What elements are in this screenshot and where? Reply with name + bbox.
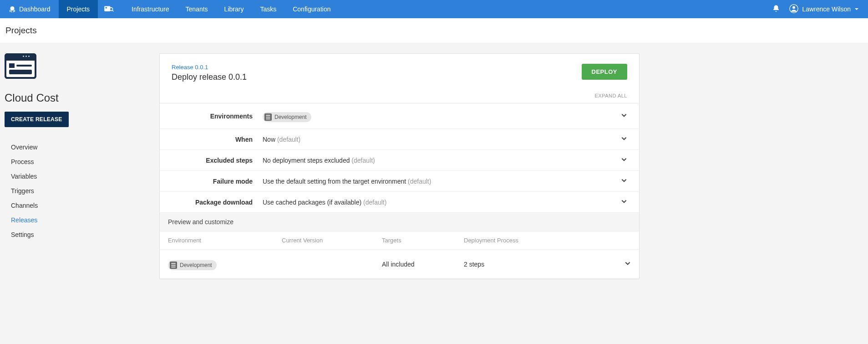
sidebar-item-triggers[interactable]: Triggers (5, 184, 141, 198)
chevron-down-icon (621, 198, 627, 206)
list-icon (264, 113, 272, 121)
row-label: Package download (172, 199, 263, 206)
row-value: No deployment steps excluded (default) (263, 157, 615, 164)
nav-label: Dashboard (19, 5, 51, 13)
nav-label: Library (224, 5, 244, 13)
svg-rect-1 (105, 6, 110, 11)
avatar-icon (789, 4, 798, 15)
nav-library[interactable]: Library (216, 0, 252, 18)
sidebar-item-overview[interactable]: Overview (5, 140, 141, 154)
chevron-down-icon (621, 156, 627, 164)
preview-table: Environment Current Version Targets Depl… (160, 231, 639, 279)
row-label: Failure mode (172, 178, 263, 185)
value-text: Use the default setting from the target … (263, 178, 408, 185)
value-suffix: (default) (408, 178, 431, 185)
nav-dashboard[interactable]: Dashboard (0, 0, 59, 18)
cell-targets: All included (382, 261, 464, 268)
subheader-title: Projects (5, 26, 863, 36)
environment-chip: Development (263, 112, 311, 122)
nav-label: Tasks (260, 5, 276, 13)
bell-icon[interactable] (772, 5, 780, 14)
list-icon (170, 262, 177, 269)
content-wrapper: Cloud Cost CREATE RELEASE Overview Proce… (0, 43, 868, 298)
row-value: Development (263, 110, 615, 122)
nav-tenants[interactable]: Tenants (178, 0, 216, 18)
chip-label: Development (274, 114, 307, 120)
chevron-down-icon (854, 5, 859, 13)
value-suffix: (default) (363, 199, 386, 206)
search-icon (104, 5, 117, 13)
octopus-icon (8, 5, 19, 13)
chevron-down-icon (621, 177, 627, 185)
main-panel: Release 0.0.1 Deploy release 0.0.1 DEPLO… (159, 53, 640, 279)
create-release-button[interactable]: CREATE RELEASE (5, 112, 69, 127)
row-value: Now (default) (263, 136, 615, 143)
project-title: Cloud Cost (5, 92, 141, 104)
row-excluded-steps[interactable]: Excluded steps No deployment steps exclu… (160, 150, 639, 171)
nav-label: Configuration (293, 5, 330, 13)
row-label: Environments (172, 113, 263, 120)
preview-header: Preview and customize (160, 213, 639, 231)
col-deployment-process: Deployment Process (464, 237, 617, 244)
row-environments[interactable]: Environments Development (160, 103, 639, 129)
preview-thead: Environment Current Version Targets Depl… (160, 231, 639, 250)
row-when[interactable]: When Now (default) (160, 129, 639, 150)
cell-process: 2 steps (464, 261, 617, 268)
value-text: Now (263, 136, 277, 143)
row-failure-mode[interactable]: Failure mode Use the default setting fro… (160, 171, 639, 192)
environment-chip: Development (168, 260, 217, 270)
sidebar-item-settings[interactable]: Settings (5, 227, 141, 242)
page-title: Deploy release 0.0.1 (172, 72, 247, 82)
deploy-button[interactable]: DEPLOY (582, 64, 627, 80)
sidebar-item-channels[interactable]: Channels (5, 198, 141, 213)
row-label: Excluded steps (172, 157, 263, 164)
nav-projects[interactable]: Projects (59, 0, 98, 18)
col-current-version: Current Version (282, 237, 382, 244)
user-name: Lawrence Wilson (802, 5, 851, 13)
cell-environment: Development (168, 258, 282, 270)
top-navbar: Dashboard Projects Infrastructure Tenant… (0, 0, 868, 18)
preview-row[interactable]: Development All included 2 steps (160, 250, 639, 279)
row-package-download[interactable]: Package download Use cached packages (if… (160, 192, 639, 213)
row-value: Use cached packages (if available) (defa… (263, 199, 615, 206)
expand-all-link[interactable]: EXPAND ALL (160, 89, 639, 103)
svg-rect-2 (106, 7, 107, 9)
value-suffix: (default) (351, 157, 375, 164)
nav-label: Projects (67, 5, 90, 13)
nav-right: Lawrence Wilson (772, 4, 868, 15)
value-suffix: (default) (277, 136, 300, 143)
nav-label: Tenants (186, 5, 208, 13)
nav-left: Dashboard Projects Infrastructure Tenant… (0, 0, 339, 18)
svg-point-0 (10, 6, 15, 10)
sidebar-menu: Overview Process Variables Triggers Chan… (5, 140, 141, 242)
nav-configuration[interactable]: Configuration (284, 0, 339, 18)
chevron-down-icon (621, 112, 627, 120)
nav-search[interactable] (98, 0, 123, 18)
row-label: When (172, 136, 263, 143)
sidebar-item-process[interactable]: Process (5, 154, 141, 169)
nav-infrastructure[interactable]: Infrastructure (123, 0, 177, 18)
project-app-icon (5, 53, 36, 79)
svg-line-4 (112, 10, 114, 12)
user-menu[interactable]: Lawrence Wilson (789, 4, 859, 15)
sidebar-item-releases[interactable]: Releases (5, 213, 141, 227)
nav-tasks[interactable]: Tasks (252, 0, 284, 18)
nav-label: Infrastructure (132, 5, 169, 13)
col-environment: Environment (168, 237, 282, 244)
svg-point-6 (792, 6, 795, 9)
chevron-down-icon (617, 260, 631, 268)
subheader: Projects (0, 18, 868, 43)
chevron-down-icon (621, 135, 627, 143)
sidebar: Cloud Cost CREATE RELEASE Overview Proce… (5, 53, 141, 242)
release-link[interactable]: Release 0.0.1 (172, 64, 247, 71)
sidebar-item-variables[interactable]: Variables (5, 169, 141, 184)
value-text: Use cached packages (if available) (263, 199, 363, 206)
value-text: No deployment steps excluded (263, 157, 351, 164)
col-targets: Targets (382, 237, 464, 244)
panel-header: Release 0.0.1 Deploy release 0.0.1 DEPLO… (160, 54, 639, 89)
row-value: Use the default setting from the target … (263, 178, 615, 185)
chip-label: Development (180, 262, 212, 268)
